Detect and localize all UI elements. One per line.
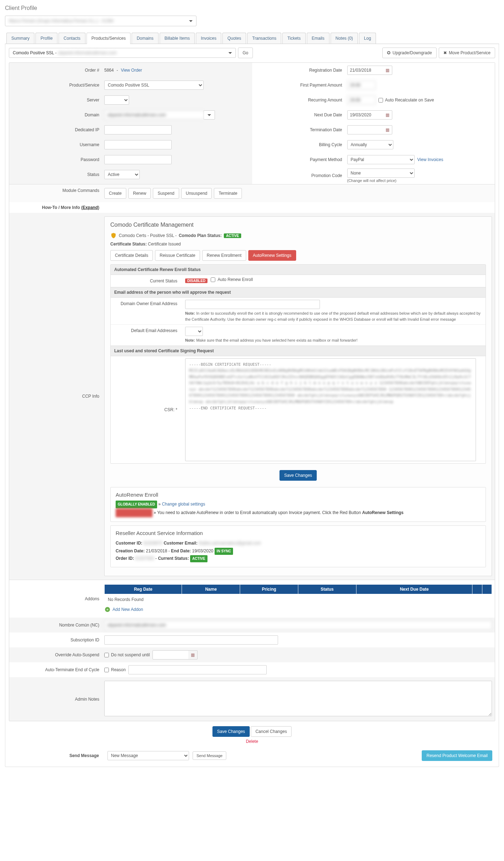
promotion-code-label: Promotion Code xyxy=(255,173,347,178)
payment-method-label: Payment Method xyxy=(255,157,347,162)
first-payment-input[interactable] xyxy=(347,81,376,90)
password-label: Password xyxy=(12,157,104,162)
move-product-button[interactable]: ✖ Move Product/Service xyxy=(439,48,495,58)
auto-terminate-reason-input[interactable] xyxy=(128,665,267,674)
product-service-select[interactable]: Comodo Positive SSL xyxy=(104,81,204,90)
cert-tab-autorenew[interactable]: AutoRenew Settings xyxy=(248,250,296,261)
domain-owner-email-input[interactable] xyxy=(185,300,320,309)
payment-method-select[interactable]: PayPal xyxy=(347,155,415,164)
auto-terminate-reason-wrap[interactable]: Reason xyxy=(104,667,126,672)
ccp-save-changes-button[interactable]: Save Changes xyxy=(279,470,317,481)
tab-summary[interactable]: Summary xyxy=(6,33,34,44)
tab-quotes[interactable]: Quotes xyxy=(222,33,246,44)
shield-icon xyxy=(110,232,117,239)
tab-billable-items[interactable]: Billable Items xyxy=(160,33,195,44)
upgrade-downgrade-button[interactable]: ✪ Upgrade/Downgrade xyxy=(382,48,437,58)
plan-status-label: Comodo Plan Status: xyxy=(179,233,222,238)
chevron-down-icon xyxy=(207,114,211,116)
cert-tab-details[interactable]: Certificate Details xyxy=(110,250,153,261)
csr-label: CSR: * xyxy=(111,404,182,416)
product-selector[interactable]: Comodo Positive SSL - ubpanel.informatic… xyxy=(9,48,236,58)
send-message-select[interactable]: New Message xyxy=(107,751,189,760)
calendar-icon[interactable]: ▦ xyxy=(188,652,197,657)
module-create-button[interactable]: Create xyxy=(104,188,126,199)
module-terminate-button[interactable]: Terminate xyxy=(214,188,242,199)
domain-dropdown-button[interactable] xyxy=(204,110,215,120)
change-global-settings-link[interactable]: Change global settings xyxy=(162,502,205,507)
recurring-amount-input[interactable] xyxy=(347,95,376,105)
client-selector-value: Marco Ferraro (Grupo Informática Ferraro… xyxy=(9,18,113,23)
termination-date-input[interactable] xyxy=(348,126,383,134)
addons-th-blank1 xyxy=(472,584,482,594)
cert-status-label: Certificate Status: xyxy=(110,242,147,247)
auto-renew-enroll-checkbox[interactable] xyxy=(211,277,215,282)
view-invoices-link[interactable]: View Invoices xyxy=(417,157,443,162)
tab-products-services[interactable]: Products/Services xyxy=(87,33,131,44)
subscription-id-input[interactable] xyxy=(104,635,278,645)
dedicated-ip-input[interactable] xyxy=(104,125,172,134)
registration-date-input[interactable] xyxy=(348,66,383,74)
auto-terminate-reason-checkbox[interactable] xyxy=(104,668,109,672)
next-due-input[interactable] xyxy=(348,111,383,119)
go-button[interactable]: Go xyxy=(238,48,253,58)
default-email-select[interactable] xyxy=(185,327,203,336)
auto-recalc-checkbox-wrap[interactable]: Auto Recalculate on Save xyxy=(378,98,434,103)
server-select[interactable] xyxy=(104,95,129,105)
domain-input[interactable] xyxy=(104,110,204,120)
delete-link[interactable]: Delete xyxy=(9,739,495,744)
promotion-code-select[interactable]: None xyxy=(347,169,415,178)
chevron-down-icon xyxy=(189,20,193,22)
status-select[interactable]: Active xyxy=(104,170,140,179)
order-number: 5864 xyxy=(104,68,114,73)
add-new-addon-link[interactable]: Add New Addon xyxy=(112,607,143,612)
do-not-suspend-checkbox[interactable] xyxy=(104,653,109,657)
tab-tickets[interactable]: Tickets xyxy=(282,33,306,44)
cert-tab-renew[interactable]: Renew Enrollment xyxy=(202,250,246,261)
addons-th-pricing: Pricing xyxy=(240,584,298,594)
addons-th-blank2 xyxy=(482,584,492,594)
ccp-title: Comodo Certificate Management xyxy=(110,222,486,228)
username-input[interactable] xyxy=(104,140,172,149)
tab-transactions[interactable]: Transactions xyxy=(247,33,281,44)
calendar-icon[interactable]: ▦ xyxy=(383,68,392,73)
dedicated-ip-label: Dedicated IP xyxy=(12,127,104,132)
save-changes-button[interactable]: Save Changes xyxy=(212,726,250,737)
default-email-note: Make sure that the email address you hav… xyxy=(196,338,358,342)
admin-notes-textarea[interactable] xyxy=(104,681,492,716)
resend-welcome-email-button[interactable]: Resend Product Welcome Email xyxy=(422,750,492,761)
tab-contacts[interactable]: Contacts xyxy=(59,33,85,44)
termination-date-label: Termination Date xyxy=(255,127,347,132)
billing-cycle-label: Billing Cycle xyxy=(255,142,347,147)
tab-invoices[interactable]: Invoices xyxy=(196,33,221,44)
billing-cycle-select[interactable]: Annually xyxy=(347,140,393,149)
autorenew-warning-text: You need to activate AutoRenew in order … xyxy=(157,510,362,515)
promotion-code-note: (Change will not affect price) xyxy=(347,178,492,183)
tab-emails[interactable]: Emails xyxy=(307,33,329,44)
do-not-suspend-wrap[interactable]: Do not suspend until xyxy=(104,652,150,657)
cert-tab-reissue[interactable]: Reissue Certificate xyxy=(155,250,200,261)
domain-owner-email-label: Domain Owner Email Address xyxy=(111,298,182,324)
howto-expand-link[interactable]: Expand xyxy=(83,205,98,210)
tab-profile[interactable]: Profile xyxy=(35,33,57,44)
password-input[interactable] xyxy=(104,155,172,164)
calendar-icon[interactable]: ▦ xyxy=(383,127,392,132)
suspend-until-input[interactable] xyxy=(153,651,188,659)
nc-input[interactable] xyxy=(104,620,492,630)
view-order-link[interactable]: View Order xyxy=(121,68,142,73)
cancel-changes-button[interactable]: Cancel Changes xyxy=(251,726,292,737)
tab-domains[interactable]: Domains xyxy=(132,33,158,44)
module-unsuspend-button[interactable]: Unsuspend xyxy=(181,188,212,199)
auto-recalc-checkbox[interactable] xyxy=(378,98,383,103)
module-suspend-button[interactable]: Suspend xyxy=(153,188,179,199)
client-selector[interactable]: Marco Ferraro (Grupo Informática Ferraro… xyxy=(5,16,196,26)
calendar-icon[interactable]: ▦ xyxy=(383,112,392,117)
module-renew-button[interactable]: Renew xyxy=(128,188,151,199)
tab-notes[interactable]: Notes (0) xyxy=(331,33,358,44)
tab-log[interactable]: Log xyxy=(359,33,376,44)
globally-enabled-badge: GLOBALLY ENABLED xyxy=(116,501,157,508)
send-message-button[interactable]: Send Message xyxy=(193,751,226,760)
cert-chain: Comodo Certs - Positive SSL - xyxy=(119,233,177,238)
auto-renew-enroll-wrap[interactable]: Auto Renew Enroll xyxy=(211,277,253,282)
csr-textarea[interactable]: -----BEGIN CERTIFICATE REQUEST----- MIIC… xyxy=(185,358,476,461)
override-auto-suspend-label: Override Auto-Suspend xyxy=(12,652,104,657)
